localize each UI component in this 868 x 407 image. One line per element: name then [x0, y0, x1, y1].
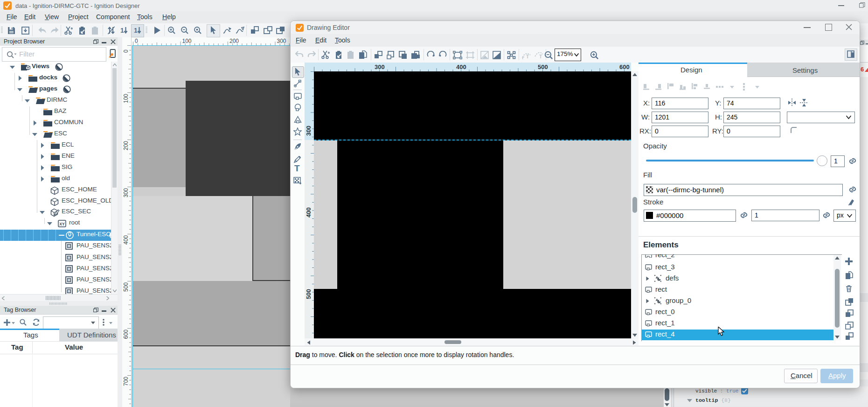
svg-text:300: 300	[305, 126, 312, 136]
svg-text:300: 300	[123, 188, 129, 197]
svg-text:100: 100	[123, 94, 129, 103]
svg-text:400: 400	[456, 63, 466, 70]
svg-text:500: 500	[538, 63, 548, 70]
svg-text:100: 100	[182, 38, 192, 44]
svg-text:XY: XY	[59, 222, 65, 226]
svg-text:T: T	[539, 54, 542, 59]
svg-text:T: T	[526, 54, 529, 59]
svg-text:500: 500	[123, 282, 129, 292]
svg-text:200: 200	[123, 141, 129, 150]
svg-text:600: 600	[619, 63, 630, 70]
svg-text:1: 1	[120, 27, 124, 34]
svg-text:700: 700	[123, 377, 129, 386]
svg-text:1: 1	[134, 27, 138, 34]
svg-text:500: 500	[305, 289, 312, 299]
svg-text:300: 300	[375, 63, 385, 70]
svg-text:400: 400	[123, 235, 129, 245]
svg-text:400: 400	[305, 207, 312, 218]
svg-text:300: 300	[277, 38, 286, 44]
svg-text:0: 0	[135, 38, 138, 44]
svg-text:0: 0	[123, 49, 129, 53]
svg-text:600: 600	[123, 330, 129, 339]
svg-text:200: 200	[229, 38, 239, 44]
